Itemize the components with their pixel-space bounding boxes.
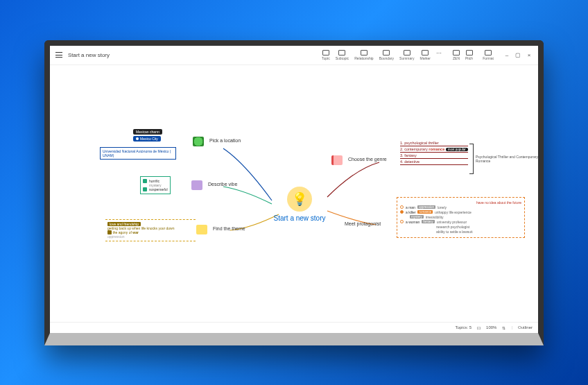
mexico-charm-tag[interactable]: Mexican charm xyxy=(133,129,162,135)
genre-item-1[interactable]: 1. psychological thriller xyxy=(400,140,468,146)
protagonist-note: have no idea about the future xyxy=(400,200,521,205)
protagonist-woman[interactable]: a woman fantasy university professor xyxy=(400,220,521,224)
idea-icon: 💡 xyxy=(287,187,312,212)
central-title: Start a new story xyxy=(265,214,334,222)
branch-find-theme[interactable]: Find the theme xyxy=(213,226,245,231)
theme-tag[interactable]: love and friendship xyxy=(107,222,141,226)
toolbar-marker[interactable]: Marker xyxy=(420,50,431,60)
radio-icon xyxy=(400,205,404,209)
app-window: Start a new story Topic Subtopic Relatio… xyxy=(50,46,538,333)
protagonist-man[interactable]: a man oppression lonely xyxy=(400,205,521,209)
close-button[interactable]: × xyxy=(526,51,533,58)
toolbar-topic[interactable]: Topic xyxy=(322,50,330,60)
pencil-icon xyxy=(191,180,202,190)
check-icon xyxy=(143,187,147,191)
toolbar-right-group: ZEN Pitch xyxy=(453,50,473,60)
format-icon xyxy=(485,50,492,55)
maximize-button[interactable]: ▢ xyxy=(514,51,521,58)
choose-genre-label: Choose the genre xyxy=(348,157,387,162)
theme-sub: oppression xyxy=(107,234,193,239)
protagonist-killer-sub: mystery irresistibility xyxy=(400,215,521,219)
toolbar-format-group: Format xyxy=(483,50,494,60)
radio-icon xyxy=(400,210,404,214)
vibe-list: horrific mystery suspenseful xyxy=(140,176,171,194)
protagonist-killer[interactable]: a killer romance unhappy life experience xyxy=(400,210,521,214)
pick-location-label: Pick a location xyxy=(209,138,241,143)
toolbar-zen[interactable]: ZEN xyxy=(453,50,460,60)
theme-line2[interactable]: the agony of war xyxy=(107,230,193,235)
summary-icon xyxy=(404,50,410,55)
zen-icon xyxy=(453,50,460,55)
more-icon: ⋯ xyxy=(436,50,443,55)
describe-vibe-label: Describe vibe xyxy=(208,182,237,187)
boundary-icon xyxy=(383,50,390,55)
laptop-frame: Start a new story Topic Subtopic Relatio… xyxy=(44,40,544,345)
branch-meet-protagonist[interactable]: Meet protagonist xyxy=(345,221,381,226)
toolbar-more[interactable]: ⋯... xyxy=(436,50,443,60)
vibe-suspenseful[interactable]: suspenseful xyxy=(143,187,168,191)
most-popular-tag: most popular xyxy=(446,148,468,151)
status-topics: Topics: 5 xyxy=(455,325,472,330)
topic-icon xyxy=(322,50,329,55)
status-bar: Topics: 5 ⊡ 100% ⇅ | Outliner xyxy=(50,322,538,333)
minimize-button[interactable]: – xyxy=(503,51,510,58)
zoom-stepper-icon[interactable]: ⇅ xyxy=(502,325,505,330)
mexico-city-node[interactable]: Mexico City xyxy=(133,136,161,142)
toolbar-relationship[interactable]: Relationship xyxy=(354,50,374,60)
relationship-icon xyxy=(361,50,368,55)
genre-item-3[interactable]: 3. fantasy xyxy=(400,153,468,159)
toolbar-boundary[interactable]: Boundary xyxy=(379,50,394,60)
window-controls: – ▢ × xyxy=(503,51,533,58)
branch-choose-genre[interactable]: Choose the genre xyxy=(348,157,387,162)
book-icon xyxy=(331,155,343,165)
fit-icon[interactable]: ⊡ xyxy=(477,325,481,330)
marker-icon xyxy=(422,50,429,55)
genre-item-2[interactable]: 2. contemporary romance most popular xyxy=(400,146,468,153)
outliner-button[interactable]: Outliner xyxy=(518,325,533,330)
toolbar-format[interactable]: Format xyxy=(483,50,494,60)
find-theme-label: Find the theme xyxy=(213,226,245,231)
hamburger-icon[interactable] xyxy=(55,52,62,58)
note-icon xyxy=(196,225,207,234)
toolbar-pitch[interactable]: Pitch xyxy=(465,50,473,60)
location-detail-group: Mexican charm Mexico City xyxy=(133,129,162,142)
check-icon xyxy=(143,179,147,183)
window-title: Start a new story xyxy=(68,52,110,58)
genre-summary-text: Psychological Thriller and Contemporary … xyxy=(476,155,538,163)
genre-summary: Psychological Thriller and Contemporary … xyxy=(469,144,538,174)
central-topic[interactable]: 💡 Start a new story xyxy=(265,187,334,222)
protagonist-box: have no idea about the future a man oppr… xyxy=(397,197,525,238)
toolbar-center: Topic Subtopic Relationship Boundary Sum… xyxy=(322,50,443,60)
unam-node[interactable]: Universidad Nacional Autónoma de México … xyxy=(100,147,176,160)
toolbar-summary[interactable]: Summary xyxy=(399,50,414,60)
toolbar-subtopic[interactable]: Subtopic xyxy=(336,50,349,60)
genre-item-4[interactable]: 4. detective xyxy=(400,159,468,165)
branch-describe-vibe[interactable]: Describe vibe xyxy=(208,182,237,187)
mindmap-canvas[interactable]: 💡 Start a new story Pick a location Mexi… xyxy=(50,65,538,322)
bracket-icon xyxy=(469,144,474,174)
meet-protagonist-label: Meet protagonist xyxy=(345,221,381,226)
genre-list: 1. psychological thriller 2. contemporar… xyxy=(400,140,468,165)
protagonist-woman-trait2: research psychologist xyxy=(400,225,521,229)
pitch-icon xyxy=(466,50,473,55)
theme-detail: love and friendship getting back up when… xyxy=(105,219,196,242)
radio-icon xyxy=(400,220,404,223)
subtopic-icon xyxy=(338,50,345,55)
status-zoom[interactable]: 100% xyxy=(486,325,496,330)
globe-icon xyxy=(193,137,204,146)
protagonist-woman-trait3: ability to settle a lawsuit xyxy=(400,230,521,234)
branch-pick-location[interactable]: Pick a location xyxy=(209,138,241,143)
toolbar: Start a new story Topic Subtopic Relatio… xyxy=(50,46,538,65)
